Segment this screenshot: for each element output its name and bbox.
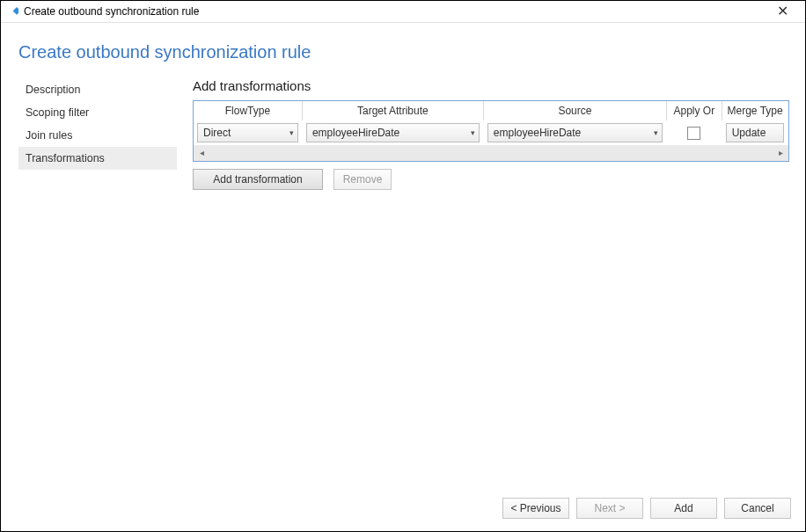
horizontal-scrollbar[interactable]: ◂ ▸ <box>194 145 788 161</box>
apply-or-checkbox[interactable] <box>687 127 700 140</box>
target-attribute-dropdown[interactable]: employeeHireDate ▾ <box>306 123 480 142</box>
chevron-down-icon: ▾ <box>286 128 294 137</box>
col-header-target-attribute[interactable]: Target Attribute <box>302 101 483 120</box>
chevron-down-icon: ▾ <box>650 128 658 137</box>
merge-type-value: Update <box>732 127 780 139</box>
window-titlebar: Create outbound synchronization rule ✕ <box>1 1 805 23</box>
section-title: Add transformations <box>193 78 789 93</box>
main-panel: Add transformations FlowType Target Attr… <box>177 78 789 489</box>
cancel-button[interactable]: Cancel <box>724 498 791 519</box>
add-transformation-button[interactable]: Add transformation <box>193 169 323 190</box>
merge-type-dropdown[interactable]: Update <box>726 123 784 142</box>
previous-button[interactable]: < Previous <box>502 498 569 519</box>
col-header-merge-type[interactable]: Merge Type <box>722 101 788 120</box>
sidebar-item-transformations[interactable]: Transformations <box>18 147 177 170</box>
svg-rect-0 <box>13 7 18 15</box>
app-icon <box>6 5 18 18</box>
source-dropdown[interactable]: employeeHireDate ▾ <box>487 123 663 142</box>
col-header-source[interactable]: Source <box>483 101 666 120</box>
flowtype-dropdown[interactable]: Direct ▾ <box>197 123 298 142</box>
table-row: Direct ▾ employeeHireDate ▾ <box>194 120 788 145</box>
sidebar-item-description[interactable]: Description <box>18 78 177 101</box>
sidebar-item-join-rules[interactable]: Join rules <box>18 124 177 147</box>
target-attribute-value: employeeHireDate <box>312 127 467 139</box>
add-button[interactable]: Add <box>650 498 717 519</box>
scroll-right-icon[interactable]: ▸ <box>773 145 788 161</box>
flowtype-value: Direct <box>203 127 286 139</box>
source-value: employeeHireDate <box>494 127 650 139</box>
col-header-apply-or[interactable]: Apply Or <box>666 101 722 120</box>
window-title: Create outbound synchronization rule <box>24 5 765 18</box>
chevron-down-icon: ▾ <box>467 128 475 137</box>
col-header-flowtype[interactable]: FlowType <box>194 101 302 120</box>
wizard-footer: < Previous Next > Add Cancel <box>1 489 805 531</box>
close-icon[interactable]: ✕ <box>765 4 800 18</box>
remove-button[interactable]: Remove <box>333 169 392 190</box>
scroll-left-icon[interactable]: ◂ <box>194 145 209 161</box>
page-heading: Create outbound synchronization rule <box>1 23 805 78</box>
sidebar-item-scoping-filter[interactable]: Scoping filter <box>18 101 177 124</box>
transformations-grid: FlowType Target Attribute Source Apply O… <box>193 100 789 162</box>
wizard-steps-sidebar: Description Scoping filter Join rules Tr… <box>18 78 177 489</box>
next-button[interactable]: Next > <box>576 498 643 519</box>
